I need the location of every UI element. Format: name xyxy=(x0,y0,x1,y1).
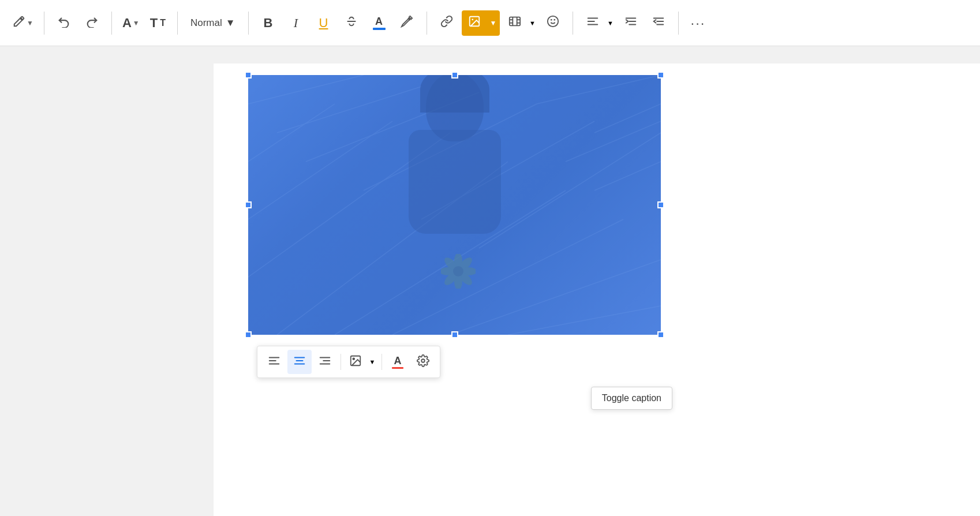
svg-point-60 xyxy=(421,359,425,362)
insert-image-dropdown[interactable]: ▼ xyxy=(487,10,500,36)
resize-handle-middle-right[interactable] xyxy=(657,201,664,208)
resize-handle-middle-left[interactable] xyxy=(245,201,252,208)
svg-point-2 xyxy=(472,18,473,20)
image-replace-group: ▼ xyxy=(345,350,378,374)
svg-rect-3 xyxy=(509,17,519,26)
insert-media-dropdown[interactable]: ▼ xyxy=(528,10,538,36)
film-icon xyxy=(508,15,521,31)
image-settings-button[interactable] xyxy=(411,350,435,374)
indent-decrease-button[interactable] xyxy=(646,10,671,36)
image-align-center-button[interactable] xyxy=(287,350,312,374)
redo-button[interactable] xyxy=(79,10,104,36)
strikethrough-icon xyxy=(345,15,358,31)
image-text-color-bar xyxy=(392,367,403,369)
media-dropdown-arrow: ▼ xyxy=(529,20,536,27)
insert-image-button[interactable] xyxy=(462,10,487,36)
alignment-dropdown[interactable]: ▼ xyxy=(605,10,616,36)
divider-6 xyxy=(573,12,573,35)
divider-2 xyxy=(111,12,112,35)
indent-increase-button[interactable] xyxy=(618,10,644,36)
main-toolbar: ▼ A ▼ T T Normal ▼ xyxy=(0,0,980,46)
indent-decrease-icon xyxy=(652,15,665,31)
alignment-group: ▼ xyxy=(580,10,616,36)
image-dropdown-arrow: ▼ xyxy=(490,19,497,27)
divider-4 xyxy=(248,12,249,35)
resize-handle-top-middle[interactable] xyxy=(451,72,458,78)
indent-increase-icon xyxy=(624,15,637,31)
image-text-color-label: A xyxy=(394,356,402,366)
selected-image[interactable] xyxy=(248,75,661,335)
link-button[interactable] xyxy=(434,10,459,36)
tooltip-text: Toggle caption xyxy=(602,393,661,403)
font-button[interactable]: A ▼ xyxy=(119,10,143,36)
paragraph-style-arrow: ▼ xyxy=(226,17,235,29)
insert-media-group: ▼ xyxy=(502,10,538,36)
text-color-label: A xyxy=(375,16,383,27)
divider-5 xyxy=(427,12,427,35)
font-icon: A xyxy=(122,16,132,31)
align-dropdown-arrow: ▼ xyxy=(607,20,614,27)
selection-overlay xyxy=(248,75,661,335)
toggle-caption-tooltip: Toggle caption xyxy=(591,387,672,410)
edit-mode-arrow: ▼ xyxy=(27,19,33,27)
image-toolbar-divider xyxy=(341,354,341,370)
image-align-left-button[interactable] xyxy=(262,350,286,374)
font-arrow: ▼ xyxy=(133,19,140,27)
left-panel xyxy=(0,46,214,516)
image-context-toolbar: ▼ A xyxy=(257,346,440,378)
image-replace-icon xyxy=(349,354,362,370)
bold-icon: B xyxy=(264,16,273,31)
gear-icon xyxy=(417,354,429,370)
edit-mode-button[interactable]: ▼ xyxy=(9,10,37,36)
image-background xyxy=(248,75,661,335)
more-options-icon: ··· xyxy=(691,15,706,31)
content-area: ▼ A xyxy=(0,46,980,516)
paragraph-style-button[interactable]: Normal ▼ xyxy=(185,15,241,31)
divider-3 xyxy=(177,12,178,35)
text-color-bar xyxy=(373,28,386,30)
link-icon xyxy=(440,15,453,31)
highlight-icon xyxy=(401,15,413,31)
selected-image-container[interactable]: ▼ A xyxy=(248,75,661,335)
insert-image-group: ▼ xyxy=(462,10,500,36)
bold-button[interactable]: B xyxy=(256,10,281,36)
image-align-right-button[interactable] xyxy=(313,350,337,374)
more-options-button[interactable]: ··· xyxy=(686,10,711,36)
font-size-icon-small: T xyxy=(160,18,166,28)
italic-button[interactable]: I xyxy=(283,10,309,36)
underline-icon: U xyxy=(319,16,328,31)
image-align-center-icon xyxy=(293,354,306,370)
resize-handle-bottom-right[interactable] xyxy=(657,331,664,338)
editor-area: ▼ A xyxy=(214,46,980,516)
undo-icon xyxy=(58,15,70,31)
redo-icon xyxy=(85,15,98,31)
resize-handle-bottom-middle[interactable] xyxy=(451,331,458,338)
divider-7 xyxy=(678,12,679,35)
svg-point-59 xyxy=(353,358,354,360)
undo-button[interactable] xyxy=(51,10,77,36)
emoji-icon xyxy=(547,15,559,31)
pencil-icon xyxy=(13,15,25,31)
image-replace-button[interactable] xyxy=(345,350,366,374)
font-size-button[interactable]: T T xyxy=(145,13,170,33)
resize-handle-top-right[interactable] xyxy=(657,72,664,78)
image-align-left-icon xyxy=(268,354,280,370)
highlight-button[interactable] xyxy=(394,10,420,36)
underline-button[interactable]: U xyxy=(311,10,336,36)
font-size-icon: T xyxy=(150,16,158,31)
insert-media-button[interactable] xyxy=(502,10,528,36)
svg-point-10 xyxy=(547,16,558,27)
image-icon xyxy=(468,15,481,31)
alignment-button[interactable] xyxy=(580,10,605,36)
image-replace-dropdown[interactable]: ▼ xyxy=(366,350,378,374)
paragraph-style-label: Normal xyxy=(190,17,222,29)
emoji-button[interactable] xyxy=(540,10,566,36)
text-color-button[interactable]: A xyxy=(366,10,392,36)
divider-1 xyxy=(44,12,44,35)
image-align-right-icon xyxy=(319,354,331,370)
image-text-color-button[interactable]: A xyxy=(386,350,410,374)
resize-handle-top-left[interactable] xyxy=(245,72,252,78)
strikethrough-button[interactable] xyxy=(339,10,364,36)
resize-handle-bottom-left[interactable] xyxy=(245,331,252,338)
image-toolbar-divider-2 xyxy=(381,354,382,370)
